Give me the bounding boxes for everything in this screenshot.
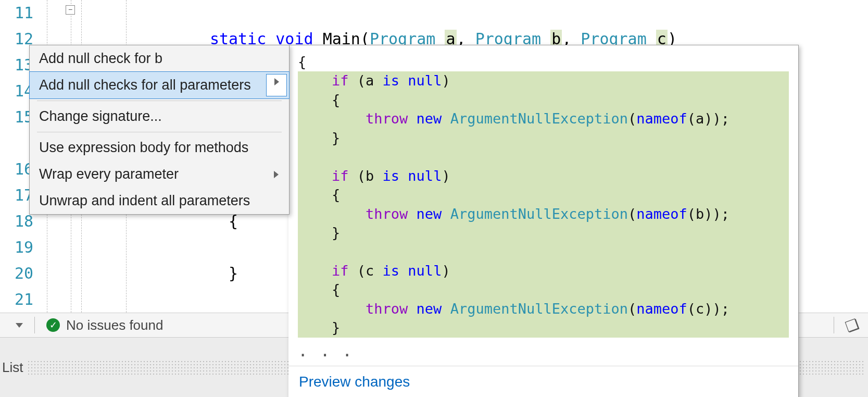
collapse-icon[interactable]: − — [66, 5, 75, 15]
chevron-right-icon — [274, 78, 279, 85]
preview-ellipsis: . . . — [298, 338, 789, 361]
quick-action-label: Change signature... — [39, 108, 162, 124]
line-number: 13 — [0, 52, 33, 78]
line-number: 15 — [0, 104, 33, 130]
preview-changes-link[interactable]: Preview changes — [299, 374, 410, 390]
error-list-tab[interactable]: List — [2, 359, 23, 376]
quick-action-item[interactable]: Change signature... — [30, 103, 289, 130]
line-number: 17 — [0, 182, 33, 208]
quick-action-label: Use expression body for methods — [39, 140, 248, 155]
separator — [34, 317, 35, 333]
line-number: 18 — [0, 208, 33, 234]
quick-action-label: Unwrap and indent all parameters — [39, 193, 250, 208]
quick-action-item[interactable]: Add null checks for all parameters — [29, 71, 290, 99]
line-number: 11 — [0, 0, 33, 26]
submenu-expand-button[interactable] — [266, 74, 287, 96]
quick-action-label: Wrap every parameter — [39, 166, 179, 182]
menu-separator — [37, 101, 282, 101]
preview-panel: { if (a is null) { throw new ArgumentNul… — [288, 45, 799, 397]
status-text: No issues found — [66, 317, 163, 333]
quick-action-label: Add null checks for all parameters — [39, 77, 251, 93]
preview-code: { if (a is null) { throw new ArgumentNul… — [288, 45, 798, 366]
line-number: 21 — [0, 287, 33, 313]
cleanup-icon[interactable]: ❏ — [843, 315, 861, 336]
dropdown-arrow-icon[interactable] — [16, 323, 23, 328]
line-number — [0, 130, 33, 156]
quick-actions-menu[interactable]: Add null check for bAdd null checks for … — [29, 45, 290, 215]
quick-action-item[interactable]: Unwrap and indent all parameters — [30, 188, 289, 214]
menu-separator — [37, 132, 282, 132]
quick-action-item[interactable]: Add null check for b — [30, 45, 289, 72]
line-number: 14 — [0, 78, 33, 104]
quick-action-item[interactable]: Use expression body for methods — [30, 134, 289, 161]
line-number: 12 — [0, 26, 33, 52]
line-number: 16 — [0, 156, 33, 182]
line-number: 20 — [0, 260, 33, 287]
quick-action-item[interactable]: Wrap every parameter — [30, 161, 289, 188]
check-circle-icon: ✓ — [46, 318, 60, 332]
code-line-11[interactable]: static void Main(Program a, Program b, P… — [78, 0, 868, 26]
chevron-right-icon — [274, 171, 279, 178]
quick-action-label: Add null check for b — [39, 51, 162, 66]
separator — [834, 317, 834, 333]
line-number: 19 — [0, 234, 33, 260]
